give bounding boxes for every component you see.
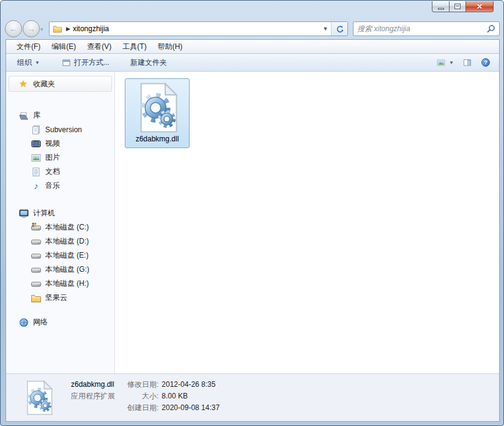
folder-icon (53, 24, 62, 34)
details-name-column: z6dabkmg.dll 应用程序扩展 (71, 379, 127, 421)
videos-icon (31, 138, 42, 149)
music-label: 音乐 (45, 181, 60, 191)
menu-view[interactable]: 查看(V) (81, 42, 117, 52)
search-input[interactable] (354, 24, 487, 33)
menu-file[interactable]: 文件(F) (11, 42, 46, 52)
file-item-selected[interactable]: z6dabkmg.dll (125, 78, 190, 148)
sidebar-item-subversion[interactable]: Subversion (6, 122, 114, 136)
navigation-bar: ← → ▾ ▶ xitongzhijia ▼ (1, 19, 503, 39)
chevron-down-icon: ▼ (35, 60, 40, 65)
pictures-label: 图片 (45, 152, 60, 163)
breadcrumb[interactable]: xitongzhijia (73, 24, 109, 33)
sidebar-item-drive-g[interactable]: 本地磁盘 (G:) (6, 263, 114, 277)
tree-spacer (6, 193, 114, 206)
back-arrow-icon: ← (9, 24, 18, 34)
drive-icon (31, 278, 42, 290)
window-controls: ✕ (432, 1, 494, 12)
libraries-icon (18, 110, 29, 121)
videos-label: 视频 (45, 138, 60, 149)
details-properties: 修改日期: 2012-04-26 8:35 大小: 8.00 KB 创建日期: … (127, 379, 220, 421)
network-label: 网络 (33, 317, 48, 327)
recent-pages-chevron-icon[interactable]: ▾ (40, 26, 43, 32)
sidebar-item-documents[interactable]: 文档 (6, 165, 114, 179)
sidebar-item-network[interactable]: 网络 (6, 315, 114, 329)
sidebar-item-nutstore[interactable]: 坚果云 (6, 291, 114, 305)
drive-icon (31, 264, 42, 275)
nutstore-label: 坚果云 (45, 293, 67, 303)
address-dropdown-icon[interactable]: ▼ (320, 26, 331, 32)
sidebar-item-drive-d[interactable]: 本地磁盘 (D:) (6, 234, 114, 248)
minimize-icon (438, 8, 444, 10)
refresh-button[interactable] (331, 22, 347, 36)
maximize-icon (454, 4, 461, 9)
computer-icon (18, 208, 29, 219)
dll-file-icon (132, 82, 183, 133)
dll-file-icon (21, 379, 56, 417)
open-with-label: 打开方式... (74, 58, 109, 68)
sidebar-item-drive-c[interactable]: 本地磁盘 (C:) (6, 220, 114, 234)
close-button[interactable]: ✕ (466, 1, 494, 12)
minimize-button[interactable] (432, 1, 450, 12)
sidebar-item-pictures[interactable]: 图片 (6, 151, 114, 165)
content-area: ★ 收藏夹 库 (6, 72, 499, 373)
file-list-area[interactable]: z6dabkmg.dll (115, 72, 499, 373)
navigation-pane: ★ 收藏夹 库 (6, 72, 115, 373)
size-label: 大小: (127, 390, 158, 402)
sidebar-item-videos[interactable]: 视频 (6, 136, 114, 151)
details-file-name: z6dabkmg.dll (71, 379, 127, 390)
sidebar-item-libraries[interactable]: 库 (6, 108, 114, 122)
sidebar-item-computer[interactable]: 计算机 (6, 206, 114, 220)
app-window-icon (62, 58, 71, 67)
file-name-label: z6dabkmg.dll (136, 135, 179, 143)
sidebar-item-drive-e[interactable]: 本地磁盘 (E:) (6, 248, 114, 263)
folder-icon (31, 293, 42, 304)
tree-spacer (6, 305, 114, 315)
toolbar-right-group: ▼ ? (436, 58, 491, 67)
details-file-type: 应用程序扩展 (71, 390, 127, 402)
help-button[interactable]: ? (481, 58, 491, 67)
sidebar-item-music[interactable]: ♪ 音乐 (6, 179, 114, 193)
address-bar[interactable]: ▶ xitongzhijia ▼ (49, 21, 348, 36)
network-icon (18, 317, 29, 328)
music-icon: ♪ (31, 181, 42, 192)
system-drive-icon (31, 222, 42, 233)
documents-icon (31, 166, 42, 177)
organize-label: 组织 (17, 58, 32, 68)
sidebar-item-drive-h[interactable]: 本地磁盘 (H:) (6, 277, 114, 291)
details-pane: z6dabkmg.dll 应用程序扩展 修改日期: 2012-04-26 8:3… (6, 373, 499, 421)
explorer-window: ✕ ← → ▾ ▶ xitongzhijia ▼ (0, 0, 504, 426)
back-button[interactable]: ← (5, 20, 22, 37)
menu-edit[interactable]: 编辑(E) (46, 42, 81, 52)
maximize-button[interactable] (450, 1, 466, 12)
subversion-label: Subversion (45, 125, 82, 134)
star-icon: ★ (18, 78, 29, 89)
menu-help[interactable]: 帮助(H) (152, 42, 188, 52)
size-value: 8.00 KB (161, 390, 220, 402)
refresh-icon (335, 24, 344, 34)
drive-c-label: 本地磁盘 (C:) (45, 222, 89, 233)
menu-tools[interactable]: 工具(T) (117, 42, 152, 52)
client-area: 文件(F) 编辑(E) 查看(V) 工具(T) 帮助(H) 组织 ▼ 打开方式.… (6, 39, 500, 422)
created-date-label: 创建日期: (127, 402, 158, 414)
forward-arrow-icon: → (27, 24, 35, 34)
svg-text:?: ? (484, 59, 487, 65)
forward-button[interactable]: → (23, 20, 40, 37)
drive-icon (31, 236, 42, 247)
preview-pane-button[interactable] (462, 58, 472, 67)
computer-label: 计算机 (33, 208, 55, 219)
favorites-label: 收藏夹 (33, 79, 55, 89)
drive-e-label: 本地磁盘 (E:) (45, 250, 89, 261)
breadcrumb-arrow-icon: ▶ (66, 26, 70, 32)
created-date-value: 2020-09-08 14:37 (161, 402, 220, 414)
sidebar-item-favorites[interactable]: ★ 收藏夹 (9, 76, 112, 92)
library-icon (31, 124, 42, 135)
search-icon[interactable] (487, 24, 495, 33)
new-folder-button[interactable]: 新建文件夹 (130, 58, 167, 68)
command-toolbar: 组织 ▼ 打开方式... 新建文件夹 (6, 54, 499, 72)
search-box[interactable] (353, 21, 500, 36)
drive-g-label: 本地磁盘 (G:) (45, 264, 89, 275)
organize-button[interactable]: 组织 ▼ (17, 58, 40, 68)
drive-d-label: 本地磁盘 (D:) (45, 236, 89, 247)
open-with-button[interactable]: 打开方式... (62, 58, 109, 68)
change-view-button[interactable]: ▼ (436, 58, 454, 67)
